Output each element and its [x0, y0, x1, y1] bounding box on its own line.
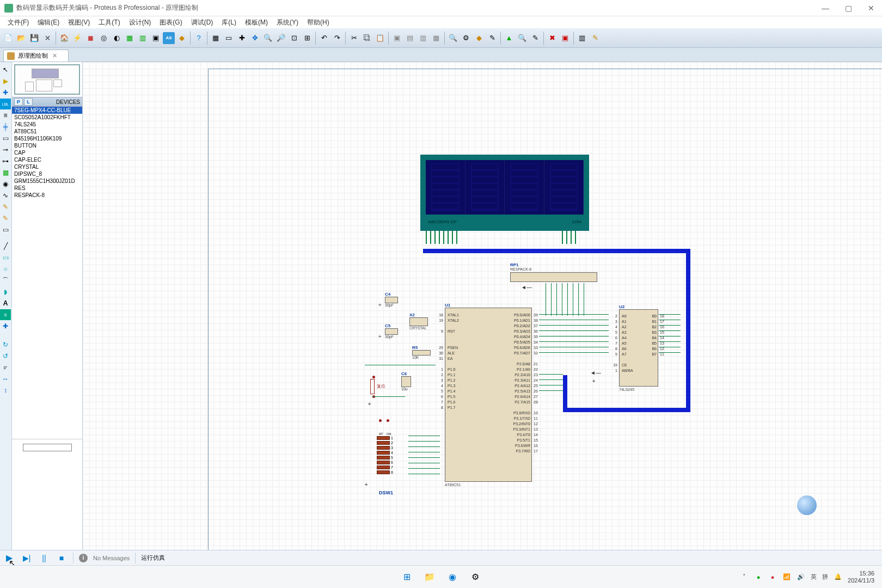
component-c4[interactable]: C4 30pF	[385, 292, 398, 307]
open-icon[interactable]: 📂	[15, 32, 27, 44]
tray-network-icon[interactable]: 📶	[782, 573, 791, 581]
block-move-icon[interactable]: ▤	[404, 32, 416, 44]
edge-icon[interactable]: ◉	[445, 569, 460, 585]
menu-view[interactable]: 视图(V)	[64, 17, 94, 28]
menu-system[interactable]: 系统(Y)	[272, 17, 303, 28]
close-icon[interactable]: ⤫	[41, 32, 53, 44]
block-rotate-icon[interactable]: ▥	[417, 32, 429, 44]
text-icon[interactable]: A	[0, 298, 11, 309]
gerber-icon[interactable]: ◐	[111, 32, 122, 44]
component-dsw1[interactable]: STON 12345678	[377, 432, 405, 476]
device-item[interactable]: RES	[12, 185, 82, 192]
zoom-fit-icon[interactable]: ⊡	[288, 32, 300, 44]
tray-ime-mode[interactable]: 拼	[822, 573, 828, 581]
component-r5[interactable]: R5 10K	[412, 345, 431, 359]
zoom-out-icon[interactable]: 🔎	[275, 32, 287, 44]
pcb-icon[interactable]: ◼	[84, 32, 96, 44]
maximize-button[interactable]: ▢	[842, 2, 855, 15]
stop-button[interactable]: ■	[56, 552, 68, 564]
component-c5[interactable]: C5 30pF	[385, 323, 398, 339]
probe-v-icon[interactable]: ✎	[0, 201, 11, 212]
selection-mode-icon[interactable]: ↖	[0, 64, 11, 75]
device-item[interactable]: CRYSTAL	[12, 163, 82, 170]
pick-icon[interactable]: 🔍	[447, 32, 459, 44]
origin-icon[interactable]: ✚	[236, 32, 248, 44]
device-item[interactable]: SC0S052A1002FKHFT	[12, 114, 82, 121]
redo-icon[interactable]: ↷	[331, 32, 343, 44]
menu-library[interactable]: 库(L)	[217, 17, 241, 28]
new-icon[interactable]: 📄	[2, 32, 14, 44]
step-button[interactable]: ▶|	[21, 552, 33, 564]
netlist-icon[interactable]: ◆	[176, 32, 188, 44]
minimize-button[interactable]: —	[819, 2, 832, 15]
assist-orb[interactable]	[797, 495, 817, 515]
tab-schematic[interactable]: 原理图绘制 ✕	[3, 50, 69, 62]
device-item[interactable]: 74LS245	[12, 121, 82, 128]
device-item[interactable]: 7SEG-MPX4-CC-BLUE	[12, 107, 82, 114]
seven-seg-display[interactable]: ABCDEFG DP 1234	[420, 155, 589, 231]
probe-i-icon[interactable]: ✎	[0, 213, 11, 224]
schematic-canvas[interactable]: ABCDEFG DP 1234	[83, 62, 882, 569]
wire-autoroute-icon[interactable]: ▲	[503, 32, 515, 44]
component-c6[interactable]: C6 10u	[401, 371, 411, 391]
generator-icon[interactable]: ∿	[0, 190, 11, 201]
pause-button[interactable]: ||	[38, 552, 50, 564]
bom-icon[interactable]: ▦	[124, 32, 136, 44]
start-icon[interactable]: ⊞	[399, 569, 414, 585]
device-item[interactable]: GRM1555C1H300JZ01D	[12, 177, 82, 185]
mirror-h-icon[interactable]: ↔	[0, 373, 11, 384]
search-tag-icon[interactable]: 🔍	[516, 32, 528, 44]
close-button[interactable]: ✕	[865, 2, 878, 15]
reset-button[interactable]	[370, 379, 375, 394]
path-icon[interactable]: ◗	[0, 286, 11, 297]
rect-icon[interactable]: ▭	[0, 252, 11, 263]
tray-notif-icon[interactable]: 🔔	[834, 573, 842, 581]
device-pin-icon[interactable]: ⊶	[0, 156, 11, 167]
menu-edit[interactable]: 编辑(E)	[33, 17, 64, 28]
explorer-icon[interactable]: 📁	[422, 569, 437, 585]
menu-template[interactable]: 模板(M)	[241, 17, 272, 28]
graph-icon[interactable]: ▦	[0, 167, 11, 178]
subcircuit-icon[interactable]: ▭	[0, 133, 11, 144]
tray-security-icon[interactable]: ●	[768, 573, 777, 581]
copy-icon[interactable]: ⿻	[361, 32, 373, 44]
pick-device-button[interactable]: P	[14, 98, 23, 106]
device-item[interactable]: BUTTON	[12, 142, 82, 149]
rotate-cw-icon[interactable]: ↻	[0, 339, 11, 350]
zoom-in-icon[interactable]: 🔍	[262, 32, 274, 44]
menu-file[interactable]: 文件(F)	[3, 17, 33, 28]
angle-input[interactable]: 0°	[0, 362, 11, 373]
device-list[interactable]: 7SEG-MPX4-CC-BLUE SC0S052A1002FKHFT 74LS…	[12, 107, 82, 439]
symbol-icon[interactable]: S	[0, 309, 11, 320]
device-item[interactable]: RESPACK-8	[12, 192, 82, 199]
circle-icon[interactable]: ○	[0, 264, 11, 274]
paste-icon[interactable]: 📋	[374, 32, 386, 44]
vsm-icon[interactable]: ▣	[150, 32, 162, 44]
label-icon[interactable]: LBL	[0, 99, 11, 109]
device-item[interactable]: AT89C51	[12, 128, 82, 135]
device-item[interactable]: DIPSWC_8	[12, 170, 82, 177]
grid-icon[interactable]: ▦	[210, 32, 222, 44]
bom-export-icon[interactable]: ▥	[576, 32, 588, 44]
app-taskbar-icon[interactable]: ⚙	[468, 569, 483, 585]
make-device-icon[interactable]: ⚙	[460, 32, 472, 44]
tray-chevron-icon[interactable]: ˄	[740, 573, 749, 581]
tab-close-icon[interactable]: ✕	[52, 52, 57, 59]
menu-debug[interactable]: 调试(D)	[187, 17, 218, 28]
netlist-compile-icon[interactable]: ▣	[559, 32, 571, 44]
block-copy-icon[interactable]: ▣	[391, 32, 403, 44]
mirror-v-icon[interactable]: ↕	[0, 385, 11, 396]
text-script-icon[interactable]: ≡	[0, 110, 11, 121]
component-mode-icon[interactable]: ▶	[0, 76, 11, 87]
home-icon[interactable]: 🏠	[58, 32, 70, 44]
decompose-icon[interactable]: ✎	[486, 32, 498, 44]
actel-icon[interactable]: AS	[163, 32, 175, 44]
bus-icon[interactable]: ╪	[0, 121, 11, 132]
library-button[interactable]: L	[24, 98, 33, 106]
device-item[interactable]: CAP	[12, 149, 82, 156]
pan-icon[interactable]: ✥	[249, 32, 261, 44]
component-rp1[interactable]: RP1 RESPACK-8	[510, 262, 597, 282]
line-icon[interactable]: ╱	[0, 241, 11, 252]
undo-icon[interactable]: ↶	[318, 32, 330, 44]
tape-icon[interactable]: ◉	[0, 179, 11, 189]
